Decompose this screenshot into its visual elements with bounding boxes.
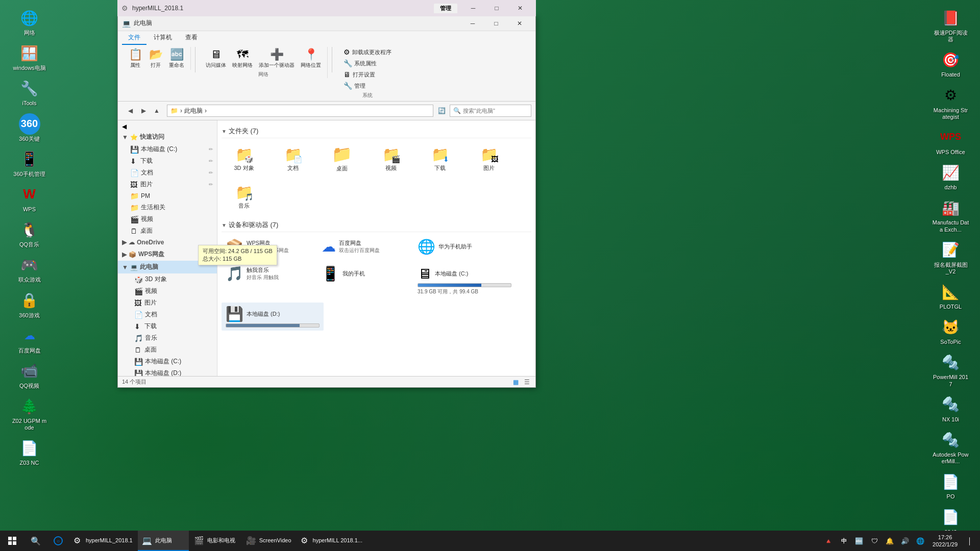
- ribbon-btn-open[interactable]: 📂 打开: [146, 47, 165, 70]
- sidebar-item-pics[interactable]: 🖼 图片 ✏: [118, 179, 217, 190]
- sidebar-item-localc[interactable]: 💾 本地磁盘 (C:) ✏: [118, 143, 217, 155]
- tray-lang-icon[interactable]: 中: [837, 531, 851, 551]
- refresh-btn[interactable]: 🔄: [435, 105, 448, 117]
- desktop-icon-report[interactable]: 📝 报名截屏截图_V2: [930, 237, 971, 277]
- sidebar-section-quickaccess[interactable]: ▼ ⭐ 快速访问: [118, 131, 217, 143]
- tray-network-icon[interactable]: 🌐: [913, 531, 927, 551]
- back-btn[interactable]: ◀: [124, 105, 136, 117]
- device-item-touchmusic[interactable]: 🎵 触我音乐 好音乐 用触我: [222, 262, 313, 298]
- device-item-myphone[interactable]: 📱 我的手机: [317, 262, 409, 298]
- ribbon-btn-uninstall[interactable]: ⚙ 卸载或更改程序: [340, 47, 395, 57]
- devices-collapse-icon[interactable]: ▼: [222, 222, 227, 228]
- sidebar-item-docs[interactable]: 📄 文档 ✏: [118, 167, 217, 179]
- ribbon-btn-properties[interactable]: 📋 属性: [126, 47, 144, 70]
- sidebar-item-pm[interactable]: 📁 PM: [118, 190, 217, 202]
- tray-360-icon[interactable]: 🛡: [867, 531, 881, 551]
- detail-view-btn[interactable]: ☰: [522, 378, 531, 387]
- desktop-icon-windows[interactable]: 🪟 windows电脑: [9, 40, 50, 73]
- desktop-icon-phonemgr[interactable]: 📱 360手机管理: [9, 146, 50, 180]
- sidebar-item-3dobj[interactable]: 🎲 3D 对象: [118, 273, 217, 285]
- ribbon-btn-netloc[interactable]: 📍 网络位置: [299, 47, 323, 70]
- desktop-icon-baidu[interactable]: ☁ 百度网盘: [9, 323, 50, 356]
- ribbon-btn-media[interactable]: 🖥 访问媒体: [204, 47, 228, 70]
- desktop-icon-manuf[interactable]: 🏭 Manufactu Data Exch...: [930, 195, 971, 235]
- desktop-icon-itools[interactable]: 🔧 iTools: [9, 76, 50, 109]
- ribbon-btn-sysprops[interactable]: 🔧 系统属性: [340, 58, 395, 68]
- ribbon-tab-view[interactable]: 查看: [179, 31, 204, 45]
- device-item-localc[interactable]: 🖥 本地磁盘 (C:) 31.9 GB 可用，共 99.4 GB: [413, 262, 516, 298]
- ribbon-btn-settings[interactable]: 🖥 打开设置: [340, 69, 395, 80]
- tray-arrow-icon[interactable]: 🔺: [821, 531, 836, 551]
- desktop-icon-qq[interactable]: 🐧 QQ音乐: [9, 217, 50, 250]
- desktop-icon-plotgl[interactable]: 📐 PLOTGL: [930, 279, 971, 312]
- file-item-pictures[interactable]: 📁 🖼 图片: [467, 141, 511, 175]
- sidebar-item-video2[interactable]: 🎬 视频: [118, 285, 217, 297]
- hypermill-close-btn[interactable]: ✕: [508, 1, 532, 16]
- taskbar-item-movies[interactable]: 🎬 电影和电视: [190, 531, 241, 551]
- desktop-icon-wps[interactable]: W WPS: [9, 182, 50, 215]
- desktop-icon-360safe[interactable]: 🔒 360游戏: [9, 288, 50, 321]
- desktop-icon-powermill[interactable]: 🔩 PowerMill 2017: [930, 349, 971, 389]
- desktop-icon-pdfmax[interactable]: 📕 极速PDF阅读器: [930, 5, 971, 45]
- tray-notify-icon[interactable]: 🔔: [883, 531, 897, 551]
- device-item-baidudisk[interactable]: ☁ 百度网盘 双击运行百度网盘: [317, 235, 409, 258]
- sidebar-item-downloads[interactable]: ⬇ 下载 ✏: [118, 155, 217, 167]
- sidebar-item-locald[interactable]: 💾 本地磁盘 (D:): [118, 367, 217, 376]
- ribbon-btn-adddrive[interactable]: ➕ 添加一个驱动器: [257, 47, 297, 70]
- restore-btn[interactable]: □: [484, 16, 508, 31]
- hypermill-restore-btn[interactable]: □: [485, 1, 508, 16]
- hypermill-minimize-btn[interactable]: ─: [461, 1, 485, 16]
- file-item-desktop[interactable]: 📁 桌面: [320, 141, 364, 175]
- folders-collapse-icon[interactable]: ▼: [222, 129, 227, 134]
- tray-volume-icon[interactable]: 🔊: [898, 531, 912, 551]
- ribbon-btn-manage[interactable]: 🔧 管理: [340, 81, 395, 91]
- up-btn[interactable]: ▲: [151, 105, 163, 117]
- close-btn[interactable]: ✕: [508, 16, 531, 31]
- desktop-icon-z03[interactable]: 📄 Z03 NC: [9, 435, 50, 468]
- desktop-icon-360[interactable]: 360 360关键: [9, 111, 50, 144]
- device-item-huawei[interactable]: 🌐 华为手机助手: [413, 235, 505, 258]
- ribbon-btn-rename[interactable]: 🔤 重命名: [167, 47, 186, 70]
- ribbon-btn-mapnet[interactable]: 🗺 映射网络: [230, 47, 255, 70]
- start-button[interactable]: [0, 531, 24, 551]
- desktop-icon-lianzh[interactable]: 🎮 联众游戏: [9, 252, 50, 285]
- desktop-icon-dzhb[interactable]: 📈 dzhb: [930, 160, 971, 193]
- desktop-icon-cat[interactable]: 🐱 SoToPic: [930, 314, 971, 347]
- desktop-icon-wpsoffice[interactable]: WPS WPS Office: [930, 124, 971, 158]
- address-path[interactable]: 📁 › 此电脑 ›: [167, 105, 433, 117]
- minimize-btn[interactable]: ─: [461, 16, 484, 31]
- taskbar-item-thispc[interactable]: 💻 此电脑: [138, 531, 189, 551]
- sidebar-item-video[interactable]: 🎬 视频: [118, 213, 217, 225]
- desktop-icon-net[interactable]: 🌐 网络: [9, 5, 50, 38]
- sidebar-item-docs2[interactable]: 📄 文档: [118, 309, 217, 320]
- desktop-icon-qqvideo[interactable]: 📹 QQ视频: [9, 358, 50, 391]
- desktop-icon-machining[interactable]: ⚙ Machining Strategist: [930, 83, 971, 122]
- file-item-3dobj[interactable]: 📁 🎲 3D 对象: [222, 141, 266, 175]
- desktop-icon-po[interactable]: 📄 PO: [930, 469, 971, 502]
- desktop-icon-autopmill[interactable]: 🔩 Autodesk PowerMill...: [930, 427, 971, 467]
- hypermill-tab-manage[interactable]: 管理: [434, 4, 457, 13]
- sidebar-item-localc2[interactable]: 💾 本地磁盘 (C:): [118, 356, 217, 367]
- taskbar-search-btn[interactable]: 🔍: [24, 531, 47, 551]
- sidebar-item-desktop-qa[interactable]: 🗒 桌面: [118, 225, 217, 237]
- taskbar-item-hypermill2[interactable]: ⚙ hyperMILL 2018.1...: [297, 531, 366, 551]
- forward-btn[interactable]: ▶: [137, 105, 150, 117]
- tray-show-desktop[interactable]: │: [963, 531, 977, 551]
- taskbar-cortana-btn[interactable]: ○: [47, 531, 69, 551]
- file-item-music[interactable]: 📁 🎵 音乐: [222, 179, 266, 212]
- sidebar-item-life[interactable]: 📁 生活相关: [118, 202, 217, 213]
- file-item-downloads[interactable]: 📁 ⬇ 下载: [418, 141, 462, 175]
- search-input[interactable]: [463, 108, 528, 114]
- sidebar-item-down2[interactable]: ⬇ 下载: [118, 320, 217, 332]
- desktop-icon-nxi[interactable]: 🔩 NX 10i: [930, 392, 971, 425]
- tray-input-icon[interactable]: 🔤: [852, 531, 866, 551]
- taskbar-item-screenvideo[interactable]: 🎥 ScreenVideo: [242, 531, 296, 551]
- desktop-icon-floated[interactable]: 🎯 Floated: [930, 47, 971, 80]
- file-item-video[interactable]: 📁 🎬 视频: [369, 141, 413, 175]
- sidebar-item-pics2[interactable]: 🖼 图片: [118, 297, 217, 309]
- list-view-btn[interactable]: ▦: [511, 378, 520, 387]
- sidebar-item-music[interactable]: 🎵 音乐: [118, 332, 217, 344]
- device-item-locald[interactable]: 💾 本地磁盘 (D:): [222, 303, 324, 331]
- sidebar-item-desk2[interactable]: 🗒 桌面: [118, 344, 217, 356]
- desktop-icon-z02[interactable]: 🌲 Z02 UGPM mode: [9, 393, 50, 433]
